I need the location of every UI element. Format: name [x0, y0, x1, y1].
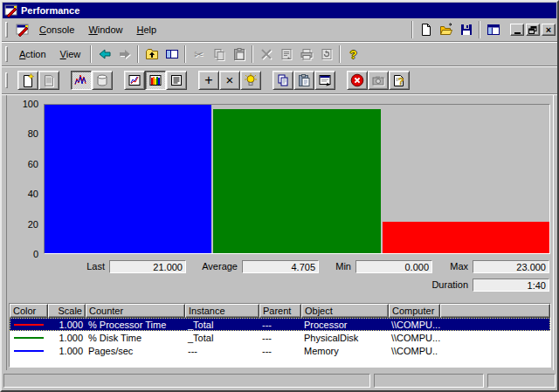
color-cell [10, 350, 48, 352]
average-value: 4.705 [242, 260, 319, 273]
parent-cell: --- [259, 333, 301, 343]
computer-cell: \\COMPU.. [389, 346, 440, 356]
toolbar-gripper[interactable] [5, 22, 8, 38]
copy-properties-button[interactable] [273, 71, 293, 90]
view-histogram-button[interactable] [145, 71, 166, 90]
action-toolbar: Action View ✂ [2, 43, 557, 65]
close-button[interactable]: × [542, 24, 556, 36]
console-tree-icon[interactable] [483, 20, 503, 39]
menu-help[interactable]: Help [130, 22, 164, 38]
minimize-button[interactable] [510, 24, 524, 36]
computer-cell: \\COMPU... [389, 320, 440, 330]
last-value: 21.000 [109, 260, 186, 273]
duration-value: 1:40 [473, 279, 549, 292]
delete-x-icon [259, 47, 273, 61]
open-console-button[interactable] [436, 20, 456, 39]
column-header-instance[interactable]: Instance [185, 304, 259, 318]
cut-button[interactable]: ✂ [189, 45, 209, 64]
menu-view[interactable]: View [53, 46, 88, 62]
plus-icon: + [204, 74, 212, 86]
svg-text:?: ? [398, 77, 404, 86]
export-list-button[interactable] [296, 45, 316, 64]
restore-icon [528, 26, 537, 34]
counter-table-body: 1.000% Processor Time_Total---Processor\… [10, 318, 550, 357]
average-label: Average [197, 261, 242, 272]
y-tick: 80 [7, 128, 38, 139]
counter-row[interactable]: 1.000% Processor Time_Total---Processor\… [10, 318, 550, 331]
histogram-bar-pages-sec [45, 105, 211, 253]
back-button[interactable] [94, 45, 114, 64]
counter-color-swatch [14, 324, 44, 326]
paste-counter-list-button[interactable] [293, 71, 314, 90]
add-counter-button[interactable]: + [198, 71, 219, 90]
title-bar: Performance [3, 3, 556, 18]
refresh-button[interactable] [316, 45, 336, 64]
object-cell: Memory [301, 346, 389, 356]
menu-action[interactable]: Action [12, 46, 53, 62]
y-tick: 100 [7, 99, 38, 109]
counter-table: Color Scale Counter Instance Parent Obje… [9, 303, 551, 368]
performance-window: Performance Console Window Help [0, 0, 559, 392]
sysmon-help-button[interactable]: ? [389, 71, 410, 90]
toolbar-gripper[interactable] [5, 46, 8, 62]
counter-row[interactable]: 1.000% Disk Time_Total---PhysicalDisk\\C… [10, 331, 550, 344]
counter-table-header: Color Scale Counter Instance Parent Obje… [10, 304, 550, 318]
clear-display-button[interactable] [38, 71, 59, 90]
color-cell [10, 337, 48, 339]
properties-button[interactable] [276, 45, 296, 64]
paste-button[interactable] [229, 45, 249, 64]
column-header-counter[interactable]: Counter [86, 304, 185, 318]
separator [90, 45, 92, 63]
sysmon-toolbar: + × [2, 67, 557, 93]
forward-arrow-icon [118, 47, 132, 61]
column-header-object[interactable]: Object [301, 304, 389, 318]
counter-cell: % Disk Time [86, 333, 185, 343]
column-header-filler[interactable] [440, 304, 550, 318]
back-arrow-icon [98, 47, 112, 61]
column-header-scale[interactable]: Scale [48, 304, 86, 318]
column-header-computer[interactable]: Computer [389, 304, 440, 318]
properties-sheet-icon [280, 47, 293, 61]
refresh-page-icon [320, 47, 334, 61]
column-header-parent[interactable]: Parent [259, 304, 301, 318]
separator [339, 45, 341, 63]
column-header-color[interactable]: Color [10, 304, 48, 318]
status-panel [3, 374, 370, 388]
new-console-button[interactable] [416, 20, 436, 39]
toolbar-gripper[interactable] [5, 72, 8, 88]
forward-button[interactable] [114, 45, 135, 64]
log-database-icon [95, 73, 109, 87]
save-console-button[interactable] [456, 20, 476, 39]
highlight-button[interactable] [240, 71, 261, 90]
view-log-data-button[interactable] [92, 71, 113, 90]
counter-row[interactable]: 1.000Pages/sec------Memory\\COMPU.. [10, 344, 550, 357]
copy-pages-icon [212, 47, 226, 61]
menu-console[interactable]: Console [32, 22, 81, 38]
freeze-red-x-icon [350, 73, 364, 87]
menu-window[interactable]: Window [81, 22, 129, 38]
max-label: Max [443, 261, 473, 272]
help-button[interactable]: ? [343, 45, 363, 64]
separator [252, 45, 253, 63]
new-counter-set-button[interactable] [17, 71, 38, 90]
instance-cell: --- [185, 346, 259, 356]
counter-cell: % Processor Time [86, 320, 185, 330]
restore-button[interactable] [526, 24, 540, 36]
sysmon-properties-button[interactable] [314, 71, 335, 90]
view-chart-button[interactable] [124, 71, 145, 90]
y-tick: 60 [7, 159, 38, 169]
copy-button[interactable] [209, 45, 229, 64]
child-system-menu-icon[interactable] [12, 20, 32, 39]
view-current-activity-button[interactable] [71, 71, 92, 90]
update-data-button[interactable] [368, 71, 389, 90]
up-one-level-button[interactable] [141, 45, 162, 64]
delete-button[interactable] [256, 45, 276, 64]
freeze-display-button[interactable] [347, 71, 368, 90]
folder-up-icon [145, 47, 159, 61]
parent-cell: --- [259, 346, 301, 356]
y-tick: 20 [7, 219, 38, 230]
histogram-bar-processor-time [383, 222, 549, 253]
show-console-tree-button[interactable] [162, 45, 182, 64]
delete-counter-button[interactable]: × [219, 71, 240, 90]
view-report-button[interactable] [166, 71, 187, 90]
